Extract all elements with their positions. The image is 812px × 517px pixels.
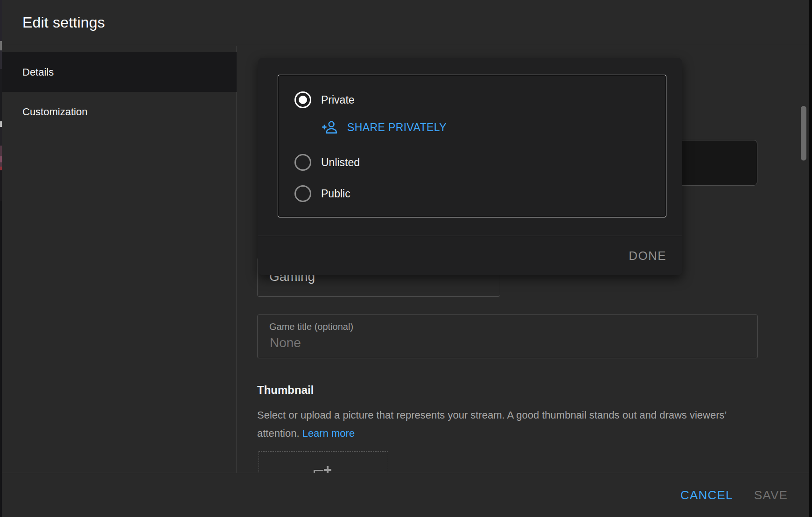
- radio-private[interactable]: [294, 91, 311, 108]
- option-label-private[interactable]: Private: [321, 93, 355, 107]
- edit-settings-modal: Edit settings Details Customization Gami…: [2, 0, 809, 517]
- save-button[interactable]: SAVE: [754, 488, 788, 503]
- share-privately-button[interactable]: SHARE PRIVATELY: [321, 117, 447, 138]
- learn-more-link[interactable]: Learn more: [302, 427, 355, 439]
- game-title-value: None: [270, 335, 301, 350]
- screen: Edit settings Details Customization Gami…: [0, 0, 812, 517]
- radio-unlisted[interactable]: [294, 154, 311, 171]
- sidebar-item-details[interactable]: Details: [2, 52, 237, 92]
- person-add-icon: [321, 119, 339, 136]
- thumbnail-description: Select or upload a picture that represen…: [257, 406, 766, 442]
- thumbnail-description-line1: Select or upload a picture that represen…: [257, 406, 766, 424]
- visibility-dialog: Private SHARE PRIVATELY Unlisted: [258, 58, 682, 275]
- action-bar: CANCEL SAVE: [2, 473, 809, 517]
- modal-title: Edit settings: [2, 14, 105, 31]
- thumbnail-description-line2: attention. Learn more: [257, 424, 766, 442]
- share-privately-label: SHARE PRIVATELY: [347, 121, 447, 134]
- dialog-footer: DONE: [258, 236, 682, 275]
- visibility-options-group: Private SHARE PRIVATELY Unlisted: [278, 75, 666, 217]
- game-title-field[interactable]: Game title (optional) None: [257, 314, 758, 358]
- game-title-label: Game title (optional): [269, 321, 353, 332]
- option-label-unlisted[interactable]: Unlisted: [321, 155, 360, 169]
- scrollbar-thumb[interactable]: [801, 106, 806, 161]
- thumbnail-heading: Thumbnail: [257, 383, 314, 397]
- sidebar-item-label: Details: [22, 66, 54, 78]
- option-label-public[interactable]: Public: [321, 187, 350, 201]
- radio-public[interactable]: [294, 185, 311, 202]
- cancel-button[interactable]: CANCEL: [680, 488, 733, 503]
- sidebar: Details Customization: [2, 46, 237, 473]
- sidebar-item-label: Customization: [22, 106, 87, 118]
- done-button[interactable]: DONE: [629, 249, 666, 263]
- modal-header: Edit settings: [2, 0, 809, 45]
- sidebar-item-customization[interactable]: Customization: [2, 92, 237, 132]
